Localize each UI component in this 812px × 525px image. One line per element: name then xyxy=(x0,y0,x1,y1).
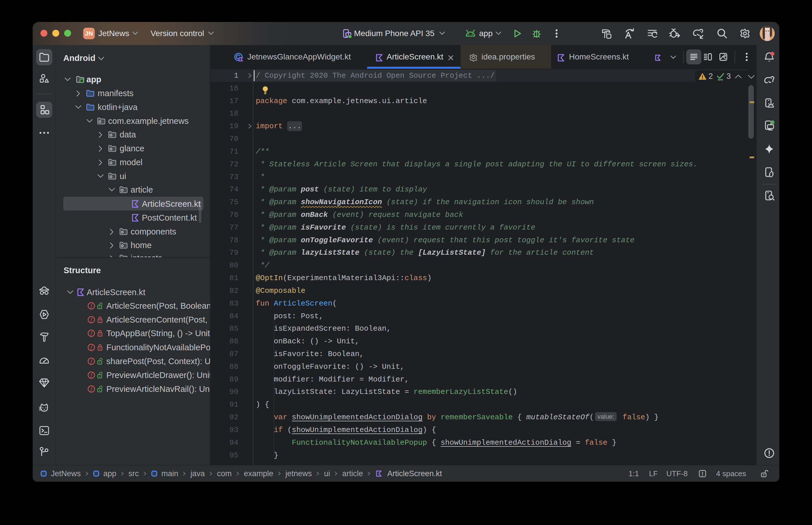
svg-text:f: f xyxy=(90,358,93,364)
svg-text:f: f xyxy=(90,303,93,309)
svg-text:f: f xyxy=(90,372,93,378)
svg-text:f: f xyxy=(90,317,93,322)
svg-text:f: f xyxy=(90,345,93,350)
svg-text:f: f xyxy=(90,386,93,392)
svg-text:f: f xyxy=(90,330,93,336)
